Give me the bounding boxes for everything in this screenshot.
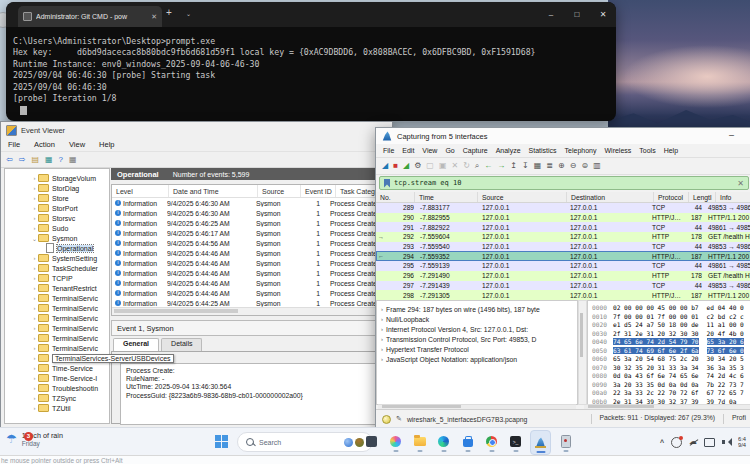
expand-arrow-icon[interactable]: › bbox=[381, 336, 383, 342]
export-icon[interactable]: ▤ bbox=[31, 156, 39, 164]
tab-dropdown-icon[interactable]: ⌄ bbox=[186, 10, 191, 17]
expert-info-icon[interactable] bbox=[382, 415, 391, 424]
event-row[interactable]: Information 9/4/2025 6:46:17 AM Sysmon 1… bbox=[112, 228, 388, 238]
capture-options-icon[interactable]: ⚙ bbox=[414, 162, 421, 170]
capture-comment-icon[interactable]: ✎ bbox=[396, 415, 402, 423]
zoom-in-icon[interactable]: ⊕ bbox=[558, 162, 565, 170]
zoom-out-icon[interactable]: ⊖ bbox=[570, 162, 577, 170]
tree-item-stordiag[interactable]: › StorDiag bbox=[5, 183, 109, 193]
open-file-icon[interactable]: ▢ bbox=[426, 162, 434, 170]
bookmark-icon[interactable] bbox=[384, 179, 390, 188]
packet-row[interactable]: 297 -7.291439 127.0.0.1 127.0.0.1 TCP 44… bbox=[376, 281, 750, 291]
expand-arrow-icon[interactable]: › bbox=[381, 326, 383, 332]
column-header[interactable]: Source bbox=[258, 185, 301, 197]
taskbar-item-wireshark[interactable] bbox=[530, 430, 551, 455]
hex-row[interactable]: 00903a 20 33 35 0d 0a 0d 0a7b 22 73 7 bbox=[588, 381, 750, 390]
event-row[interactable]: Information 9/4/2025 6:44:46 AM Sysmon 1… bbox=[112, 278, 388, 288]
zoom-reset-icon[interactable]: ⊜ bbox=[581, 162, 588, 170]
close-button[interactable]: ✕ bbox=[590, 2, 616, 27]
menu-help[interactable]: Help bbox=[660, 147, 682, 154]
hex-row[interactable]: 00107f 00 00 01 7f 00 00 01c2 bd c2 c bbox=[588, 313, 750, 322]
hex-row[interactable]: 000002 00 00 00 45 00 00 b7ed 04 40 0 bbox=[588, 304, 750, 313]
find-packet-icon[interactable]: ⌕ bbox=[475, 162, 479, 170]
tree-item-tcpip[interactable]: › TCPIP bbox=[5, 273, 109, 283]
packet-row[interactable]: 295 -7.559139 127.0.0.1 127.0.0.1 TCP 44… bbox=[376, 261, 750, 271]
tree-item-systemsettings[interactable]: › SystemSetting bbox=[5, 253, 109, 263]
packet-row[interactable]: 296 -7.291490 127.0.0.1 127.0.0.1 HTTP 1… bbox=[376, 271, 750, 281]
taskbar-item-terminal[interactable]: >_ bbox=[506, 430, 525, 453]
minimize-button[interactable]: – bbox=[538, 2, 564, 27]
column-header[interactable]: Source bbox=[478, 192, 567, 202]
display-icon[interactable] bbox=[704, 438, 715, 447]
protocol-tree-item[interactable]: › JavaScript Object Notation: applicatio… bbox=[377, 354, 577, 364]
tree-item-sysmon[interactable]: ⌄ Sysmon bbox=[5, 233, 109, 243]
packet-row[interactable]: 291 -7.882922 127.0.0.1 127.0.0.1 TCP 44… bbox=[376, 222, 750, 232]
clock[interactable]: 6:4 9/4 bbox=[738, 436, 750, 449]
menu-wireless[interactable]: Wireless bbox=[600, 147, 635, 154]
go-top-icon[interactable]: ↥ bbox=[510, 162, 517, 170]
expand-arrow-icon[interactable]: › bbox=[381, 306, 383, 312]
tree-item-terminalservices-6[interactable]: › TerminalServic bbox=[5, 343, 109, 353]
column-header[interactable]: No. bbox=[376, 192, 415, 202]
event-row[interactable]: Information 9/4/2025 6:44:46 AM Sysmon 1… bbox=[112, 268, 388, 278]
tree-item-tzutil[interactable]: › TZUtil bbox=[5, 403, 109, 413]
tree-item-tenantrestrict[interactable]: › TenantRestrict bbox=[5, 283, 109, 293]
hidden-icons-chevron[interactable]: ^ bbox=[660, 439, 664, 446]
speaker-icon[interactable] bbox=[722, 438, 731, 446]
onedrive-paused-icon[interactable]: ☁ bbox=[689, 438, 697, 446]
protocol-tree-item[interactable]: › Internet Protocol Version 4, Src: 127.… bbox=[377, 324, 577, 334]
event-row[interactable]: Information 9/4/2025 6:44:46 AM Sysmon 1… bbox=[112, 288, 388, 298]
event-row[interactable]: Information 9/4/2025 6:46:30 AM Sysmon 1… bbox=[112, 208, 388, 218]
reload-icon[interactable]: ↻ bbox=[463, 162, 470, 170]
column-header[interactable]: Protocol bbox=[654, 192, 689, 202]
search-box[interactable]: Search bbox=[237, 432, 373, 452]
weather-widget[interactable]: ☂ 3 1 inch of rain Friday bbox=[6, 431, 63, 447]
packet-row[interactable]: 298 -7.291305 127.0.0.1 127.0.0.1 HTTP/J… bbox=[376, 290, 750, 300]
help-icon[interactable]: ? bbox=[59, 156, 63, 164]
expand-arrow-icon[interactable]: › bbox=[381, 316, 383, 322]
column-header[interactable]: Level bbox=[112, 185, 169, 197]
tree-item-time-service[interactable]: › Time-Service bbox=[5, 363, 109, 373]
hex-row[interactable]: 006065 3a 20 54 68 75 2c 2030 34 20 5 bbox=[588, 355, 750, 364]
protocol-tree-item[interactable]: › Transmission Control Protocol, Src Por… bbox=[377, 334, 577, 344]
menu-action[interactable]: Action bbox=[27, 140, 62, 149]
tree-item-terminalservices-3[interactable]: › TerminalServic bbox=[5, 313, 109, 323]
packet-row[interactable]: 293 -7.559540 127.0.0.1 127.0.0.1 TCP 44… bbox=[376, 242, 750, 252]
tree-item-terminalservices-5[interactable]: › TerminalServic bbox=[5, 333, 109, 343]
menu-edit[interactable]: Edit bbox=[398, 147, 418, 154]
autoscroll-icon[interactable]: ≣ bbox=[546, 162, 553, 170]
taskbar-item-chrome[interactable] bbox=[482, 430, 501, 453]
event-row[interactable]: Information 9/4/2025 6:46:30 AM Sysmon 1… bbox=[112, 198, 388, 208]
column-header[interactable]: Info bbox=[716, 192, 750, 202]
tree-item-operational[interactable]: Operational bbox=[5, 243, 109, 253]
tree-item-time-service-i[interactable]: › Time-Service-I bbox=[5, 373, 109, 383]
terminal-tab[interactable]: Administrator: Git CMD - pow ✕ bbox=[18, 6, 162, 27]
taskbar-item-explorer[interactable] bbox=[410, 430, 429, 453]
menu-capture[interactable]: Capture bbox=[459, 147, 492, 154]
start-capture-icon[interactable]: ◢ bbox=[382, 162, 388, 170]
taskbar-item-edge[interactable] bbox=[434, 430, 453, 453]
menu-statistics[interactable]: Statistics bbox=[525, 147, 561, 154]
menu-file[interactable]: File bbox=[1, 140, 27, 149]
clear-filter-icon[interactable]: ✕ bbox=[737, 179, 744, 188]
tab-details[interactable]: Details bbox=[161, 338, 202, 351]
menu-analyze[interactable]: Analyze bbox=[492, 147, 525, 154]
taskbar-item-store[interactable] bbox=[458, 430, 477, 453]
tab-close-icon[interactable]: ✕ bbox=[151, 13, 157, 21]
column-header[interactable]: Event ID bbox=[301, 185, 336, 197]
menu-view[interactable]: View bbox=[418, 147, 441, 154]
display-filter-input[interactable]: tcp.stream eq 10 ✕ bbox=[379, 176, 749, 190]
tree-item-terminalservices-2[interactable]: › TerminalServic bbox=[5, 303, 109, 313]
hex-row[interactable]: 004074 65 6e 74 2d 54 79 7065 3a 20 6 bbox=[588, 338, 750, 347]
console-window-icon[interactable]: ▦ bbox=[45, 156, 53, 164]
close-file-icon[interactable]: ✕ bbox=[451, 162, 458, 170]
menu-tools[interactable]: Tools bbox=[635, 147, 659, 154]
resize-columns-icon[interactable]: ▥ bbox=[593, 162, 601, 170]
expand-arrow-icon[interactable]: › bbox=[381, 346, 383, 352]
start-button[interactable] bbox=[215, 435, 228, 448]
tree-item-storport[interactable]: › StorPort bbox=[5, 203, 109, 213]
maximize-button[interactable]: □ bbox=[564, 2, 590, 27]
properties-icon[interactable]: ▦ bbox=[69, 156, 77, 164]
forward-icon[interactable]: ⇨ bbox=[19, 156, 26, 164]
tree-item-terminalservices-1[interactable]: › TerminalServic bbox=[5, 293, 109, 303]
